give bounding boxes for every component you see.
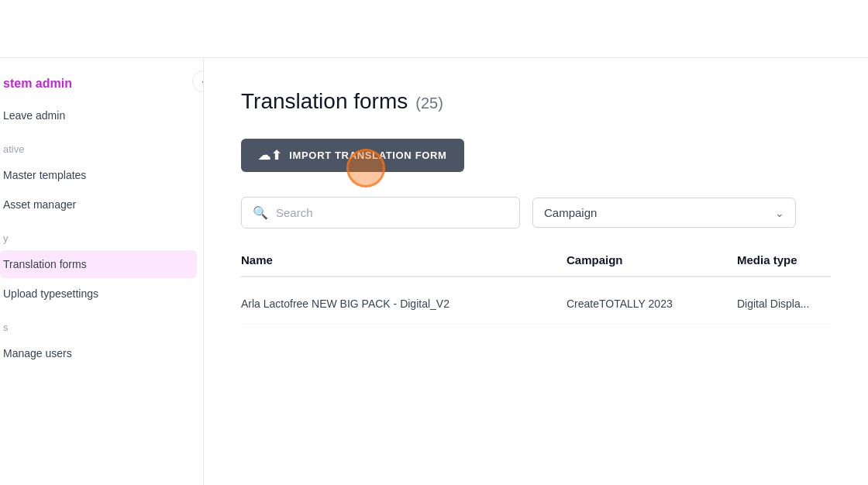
main-content: Translation forms (25) ☁⬆ IMPORT TRANSLA… [204,58,868,485]
page-count: (25) [415,95,443,112]
import-translation-form-button[interactable]: ☁⬆ IMPORT TRANSLATION FORM [241,139,464,172]
sidebar-label-ative: ative [0,131,203,160]
chevron-left-icon: ‹ [202,77,204,86]
col-header-campaign: Campaign [567,253,737,267]
top-bar [0,0,868,58]
chevron-down-icon: ⌄ [775,207,784,219]
search-box[interactable]: 🔍 [241,197,520,229]
search-input[interactable] [276,206,508,219]
import-btn-wrapper: ☁⬆ IMPORT TRANSLATION FORM [241,139,464,197]
sidebar-item-leave-admin[interactable]: Leave admin [0,101,197,129]
table-header: Name Campaign Media type [241,253,831,277]
search-icon: 🔍 [253,205,268,220]
page-header: Translation forms (25) [241,89,831,114]
sidebar-item-translation-forms[interactable]: Translation forms [0,250,197,278]
col-header-name: Name [241,253,567,267]
upload-icon: ☁⬆ [258,148,281,163]
sidebar-item-master-templates[interactable]: Master templates [0,161,197,189]
cell-name: Arla Lactofree NEW BIG PACK - Digital_V2 [241,298,567,310]
sidebar-item-asset-manager[interactable]: Asset manager [0,191,197,218]
col-header-media-type: Media type [737,253,831,267]
sidebar-label-y: y [0,220,203,249]
sidebar-item-manage-users[interactable]: Manage users [0,339,197,367]
main-layout: ‹ stem admin Leave admin ative Master te… [0,58,868,485]
table-row[interactable]: Arla Lactofree NEW BIG PACK - Digital_V2… [241,284,831,325]
cell-campaign: CreateTOTALLY 2023 [567,298,737,310]
filters-row: 🔍 Campaign ⌄ [241,197,831,229]
sidebar-item-upload-typesettings[interactable]: Upload typesettings [0,280,197,308]
sidebar: ‹ stem admin Leave admin ative Master te… [0,58,204,485]
cell-media-type: Digital Displa... [737,298,831,310]
sidebar-label-s: s [0,309,203,338]
campaign-dropdown[interactable]: Campaign ⌄ [532,198,796,228]
campaign-dropdown-label: Campaign [544,206,597,219]
page-title: Translation forms [241,89,408,114]
table: Name Campaign Media type Arla Lactofree … [241,253,831,325]
sidebar-section-title: stem admin [0,71,203,100]
